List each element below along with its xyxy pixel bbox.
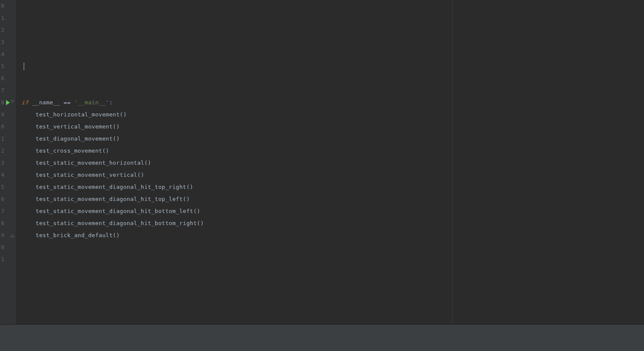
gutter[interactable]: 0123456789012345678901 bbox=[0, 0, 16, 324]
code-lines[interactable]: if __name__ == '__main__': test_horizont… bbox=[22, 0, 204, 266]
line-number[interactable]: 0 bbox=[0, 0, 4, 12]
code-line[interactable] bbox=[22, 85, 204, 97]
line-number[interactable]: 9 bbox=[0, 109, 4, 121]
code-line[interactable] bbox=[22, 12, 204, 24]
code-line[interactable] bbox=[22, 241, 204, 254]
bottom-panel bbox=[0, 325, 644, 351]
code-line[interactable]: test_horizontal_movement() bbox=[22, 109, 204, 121]
code-line[interactable] bbox=[22, 60, 204, 72]
code-line[interactable]: test_static_movement_diagonal_hit_bottom… bbox=[22, 205, 204, 217]
code-line[interactable]: test_static_movement_vertical() bbox=[22, 169, 204, 181]
code-line[interactable] bbox=[22, 36, 204, 48]
scrollbar-vertical[interactable] bbox=[639, 0, 644, 324]
line-number[interactable]: 5 bbox=[0, 60, 4, 72]
code-line[interactable] bbox=[22, 0, 204, 12]
line-number[interactable]: 4 bbox=[0, 48, 4, 60]
code-line[interactable]: test_static_movement_diagonal_hit_top_ri… bbox=[22, 181, 204, 193]
line-number[interactable]: 2 bbox=[0, 24, 4, 36]
code-line[interactable]: test_brick_and_default() bbox=[22, 229, 204, 241]
editor-container: 0123456789012345678901 if __name__ == '_… bbox=[0, 0, 644, 324]
run-icon[interactable] bbox=[6, 100, 10, 105]
line-number[interactable]: 1 bbox=[0, 12, 4, 24]
line-number[interactable]: 1 bbox=[0, 254, 4, 266]
caret bbox=[24, 63, 24, 70]
line-number[interactable]: 6 bbox=[0, 193, 4, 205]
code-line[interactable]: if __name__ == '__main__': bbox=[22, 97, 204, 109]
line-number[interactable]: 6 bbox=[0, 72, 4, 85]
line-number[interactable]: 7 bbox=[0, 85, 4, 97]
line-number[interactable]: 3 bbox=[0, 36, 4, 48]
code-area[interactable]: if __name__ == '__main__': test_horizont… bbox=[16, 0, 644, 324]
line-number[interactable]: 3 bbox=[0, 157, 4, 169]
line-numbers: 0123456789012345678901 bbox=[0, 0, 4, 266]
code-line[interactable]: test_static_movement_diagonal_hit_bottom… bbox=[22, 217, 204, 229]
code-line[interactable] bbox=[22, 48, 204, 60]
right-margin-line bbox=[452, 0, 452, 324]
fold-end-icon[interactable] bbox=[10, 233, 14, 238]
fold-start-icon[interactable] bbox=[10, 100, 14, 105]
code-line[interactable]: test_diagonal_movement() bbox=[22, 133, 204, 145]
line-number[interactable]: 5 bbox=[0, 181, 4, 193]
code-line[interactable]: test_static_movement_horizontal() bbox=[22, 157, 204, 169]
line-number[interactable]: 8 bbox=[0, 97, 4, 109]
code-line[interactable]: test_static_movement_diagonal_hit_top_le… bbox=[22, 193, 204, 205]
code-line[interactable] bbox=[22, 254, 204, 266]
code-line[interactable] bbox=[22, 72, 204, 85]
code-line[interactable]: test_cross_movement() bbox=[22, 145, 204, 157]
line-number[interactable]: 9 bbox=[0, 229, 4, 241]
line-number[interactable]: 0 bbox=[0, 241, 4, 254]
line-number[interactable]: 0 bbox=[0, 121, 4, 133]
line-number[interactable]: 8 bbox=[0, 217, 4, 229]
code-line[interactable] bbox=[22, 24, 204, 36]
line-number[interactable]: 2 bbox=[0, 145, 4, 157]
line-number[interactable]: 1 bbox=[0, 133, 4, 145]
line-number[interactable]: 4 bbox=[0, 169, 4, 181]
line-number[interactable]: 7 bbox=[0, 205, 4, 217]
code-line[interactable]: test_vertical_movement() bbox=[22, 121, 204, 133]
